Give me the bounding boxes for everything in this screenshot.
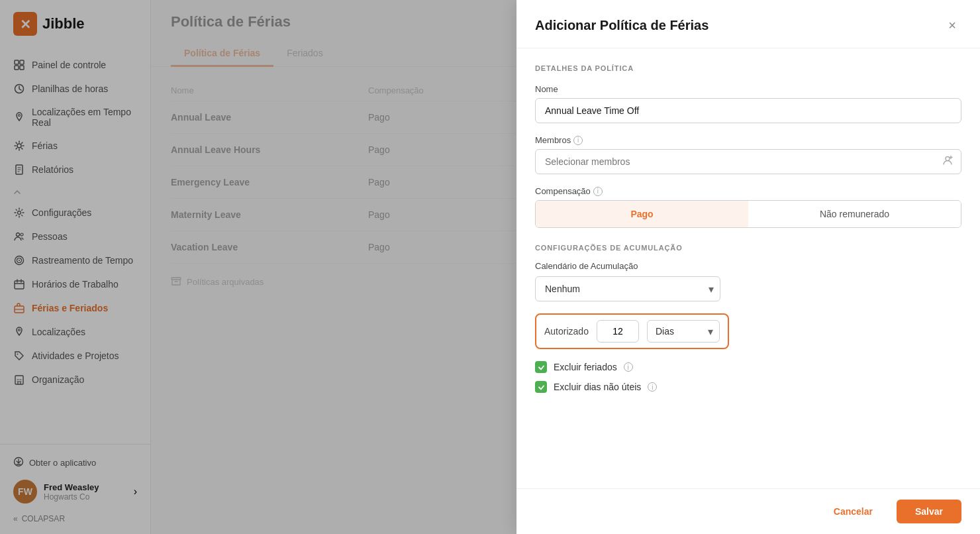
- policy-details-section-label: DETALHES DA POLÍTICA: [535, 64, 961, 72]
- dialog-title: Adicionar Política de Férias: [535, 18, 709, 33]
- authorized-label: Autorizado: [544, 326, 589, 337]
- exclude-holidays-checkbox[interactable]: [535, 361, 547, 373]
- exclude-holidays-info-icon[interactable]: i: [624, 362, 633, 372]
- exclude-non-business-info-icon[interactable]: i: [648, 382, 657, 392]
- accrual-calendar-select[interactable]: Nenhum Mensal Anual: [535, 276, 720, 301]
- dialog-header: Adicionar Política de Férias ×: [516, 0, 980, 48]
- members-input[interactable]: [535, 149, 961, 174]
- compensation-info-icon[interactable]: i: [593, 187, 603, 196]
- compensation-field-label: Compensação i: [535, 186, 961, 196]
- exclude-holidays-label: Excluir feriados: [554, 362, 617, 372]
- cancel-button[interactable]: Cancelar: [818, 500, 889, 523]
- exclude-non-business-checkbox[interactable]: [535, 381, 547, 393]
- exclude-holidays-row: Excluir feriados i: [535, 361, 961, 373]
- dialog-body: DETALHES DA POLÍTICA Nome Membros i Comp…: [516, 48, 980, 488]
- accrual-calendar-label: Calendário de Acumulação: [535, 261, 961, 271]
- name-input[interactable]: [535, 98, 961, 123]
- exclude-non-business-label: Excluir dias não úteis: [554, 382, 641, 392]
- authorized-unit-select-wrap: Dias Horas ▾: [647, 320, 720, 343]
- accrual-calendar-select-wrap: Nenhum Mensal Anual ▾: [535, 276, 720, 301]
- authorized-row: Autorizado Dias Horas ▾: [535, 313, 729, 349]
- compensation-toggle: Pago Não remunerado: [535, 200, 961, 228]
- name-field-label: Nome: [535, 84, 961, 94]
- dialog-overlay: Adicionar Política de Férias × DETALHES …: [0, 0, 980, 534]
- add-member-icon[interactable]: [942, 154, 954, 170]
- members-field-label: Membros i: [535, 135, 961, 145]
- members-info-icon[interactable]: i: [573, 136, 583, 145]
- add-policy-dialog: Adicionar Política de Férias × DETALHES …: [516, 0, 980, 534]
- unpaid-button[interactable]: Não remunerado: [748, 201, 961, 227]
- authorized-unit-select[interactable]: Dias Horas: [647, 320, 720, 343]
- accrual-calendar-wrap: Nenhum Mensal Anual ▾: [535, 276, 720, 301]
- close-icon: ×: [948, 18, 956, 33]
- accrual-settings-section-label: CONFIGURAÇÕES DE ACUMULAÇÃO: [535, 244, 961, 252]
- paid-button[interactable]: Pago: [536, 201, 748, 227]
- members-input-wrap: [535, 149, 961, 174]
- close-button[interactable]: ×: [943, 16, 961, 34]
- authorized-value-input[interactable]: [597, 320, 639, 343]
- save-button[interactable]: Salvar: [897, 500, 961, 523]
- dialog-footer: Cancelar Salvar: [516, 488, 980, 534]
- svg-point-23: [946, 157, 950, 161]
- exclude-non-business-row: Excluir dias não úteis i: [535, 381, 961, 393]
